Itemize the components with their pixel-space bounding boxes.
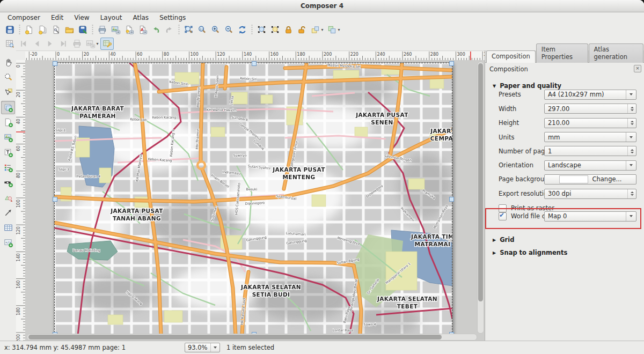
menu-atlas[interactable]: Atlas bbox=[127, 13, 154, 22]
legendadd-icon bbox=[3, 163, 13, 173]
lock-items-button[interactable] bbox=[282, 24, 295, 36]
toolbar-separator bbox=[91, 24, 94, 35]
vertical-scrollbar[interactable] bbox=[477, 62, 484, 334]
export-image-icon bbox=[85, 39, 96, 49]
menu-edit[interactable]: Edit bbox=[46, 13, 69, 22]
number-of-pages-spinbox[interactable]: 1 bbox=[544, 146, 636, 156]
export-svg-button[interactable] bbox=[122, 24, 136, 36]
section-paper-and-quality[interactable]: ▼Paper and quality bbox=[493, 82, 561, 90]
units-combo[interactable]: mm bbox=[544, 132, 636, 142]
menu-layout[interactable]: Layout bbox=[95, 13, 128, 22]
add-shape-tool-button[interactable] bbox=[1, 191, 15, 204]
panel-close-button[interactable]: × bbox=[634, 65, 641, 72]
spin-arrows-icon[interactable] bbox=[627, 189, 636, 198]
print-atlas-button[interactable] bbox=[70, 38, 84, 50]
add-arrow-tool-button[interactable] bbox=[1, 206, 15, 219]
map-street-label: Kebon Kacang bbox=[152, 115, 177, 120]
move-item-content-tool-button[interactable] bbox=[1, 116, 15, 129]
height-spinbox[interactable]: 210.00 bbox=[544, 118, 636, 128]
composition-panel: CompositionItem PropertiesAtlas generati… bbox=[485, 50, 644, 341]
cursor-position-readout: x: 314.794 mm y: 45.4987 mm page: 1 bbox=[4, 344, 126, 351]
world-file-on-combo[interactable]: Map 0 bbox=[544, 211, 636, 222]
zoom-in-button[interactable] bbox=[209, 24, 222, 36]
tab-atlas-generation[interactable]: Atlas generation bbox=[589, 43, 643, 63]
zoom-full-button[interactable] bbox=[182, 24, 195, 36]
width-spinbox[interactable]: 297.00 bbox=[544, 104, 636, 114]
deselect-all-button[interactable] bbox=[268, 24, 282, 36]
atlas-settings-button[interactable] bbox=[100, 38, 114, 50]
spin-arrows-icon[interactable] bbox=[627, 119, 636, 128]
presets-combo[interactable]: A4 (210x297 mm) bbox=[544, 90, 636, 100]
map-street-label: Slipi 3 bbox=[58, 167, 69, 172]
group-items-button[interactable]: ▾ bbox=[325, 24, 342, 36]
redo-button[interactable] bbox=[163, 24, 176, 36]
atlas-next-feature-button[interactable] bbox=[43, 38, 57, 50]
ruler-label: 20 bbox=[84, 52, 89, 57]
composer-manager-button[interactable] bbox=[49, 24, 63, 36]
dropdown-arrow-icon[interactable]: ▾ bbox=[338, 27, 340, 32]
add-scalebar-tool-button[interactable] bbox=[1, 176, 15, 189]
raise-items-button[interactable]: ▾ bbox=[309, 24, 325, 36]
export-resolution-spinbox[interactable]: 300 dpi bbox=[544, 189, 636, 199]
zoom-tool-button[interactable] bbox=[1, 71, 15, 84]
save-template-button[interactable] bbox=[76, 24, 90, 36]
section-grid[interactable]: ▶Grid bbox=[493, 236, 514, 244]
title-bar[interactable]: Composer 4 bbox=[0, 0, 644, 12]
menu-view[interactable]: View bbox=[69, 13, 94, 22]
print-button[interactable] bbox=[96, 24, 109, 36]
zoom-actual-button[interactable]: 1:1 bbox=[195, 24, 209, 36]
vertical-scrollbar-thumb[interactable] bbox=[478, 63, 483, 301]
menu-settings[interactable]: Settings bbox=[154, 13, 191, 22]
new-composer-button[interactable] bbox=[23, 24, 36, 36]
menu-composer[interactable]: Composer bbox=[2, 13, 46, 22]
page-background-button[interactable]: Change... bbox=[544, 174, 636, 185]
tab-item-properties[interactable]: Item Properties bbox=[536, 43, 588, 63]
atlas-first-feature-button[interactable] bbox=[17, 38, 30, 50]
horizontal-scrollbar[interactable] bbox=[27, 334, 477, 341]
label-width: Width bbox=[499, 105, 516, 113]
orientation-combo[interactable]: Landscape bbox=[544, 160, 636, 171]
section-snap-to-alignments[interactable]: ▶Snap to alignments bbox=[493, 249, 567, 256]
ruler-label: 80 bbox=[164, 52, 169, 57]
export-pdf-button[interactable]: A bbox=[136, 24, 149, 36]
add-image-tool-button[interactable] bbox=[1, 131, 15, 144]
preview-atlas-button[interactable] bbox=[3, 38, 17, 50]
add-label-tool-button[interactable] bbox=[1, 146, 15, 159]
pan-tool-button[interactable] bbox=[1, 56, 15, 69]
addmaprect-icon bbox=[3, 102, 13, 113]
composition-canvas[interactable]: Medan Merdeka SelKebon SirihKebon SiriH … bbox=[25, 60, 485, 341]
map-item[interactable]: Medan Merdeka SelKebon SirihKebon SiriH … bbox=[54, 63, 452, 335]
select-move-item-tool-button[interactable] bbox=[1, 86, 15, 99]
add-legend-tool-button[interactable] bbox=[1, 161, 15, 174]
tab-composition[interactable]: Composition bbox=[486, 50, 536, 63]
load-template-button[interactable] bbox=[63, 24, 76, 36]
dropdown-arrow-icon[interactable]: ▾ bbox=[96, 41, 98, 46]
zoom-level-combo[interactable]: 93.0% bbox=[185, 343, 220, 352]
zoom-out-button[interactable] bbox=[222, 24, 236, 36]
selection-status: 1 item selected bbox=[226, 344, 274, 351]
scaleadd-icon bbox=[3, 178, 13, 188]
label-presets: Presets bbox=[499, 91, 521, 98]
undo-button[interactable] bbox=[149, 24, 163, 36]
spin-arrows-icon[interactable] bbox=[627, 146, 636, 156]
world-file-on-checkbox[interactable] bbox=[499, 212, 507, 220]
map-street-label: Danau Malinting bbox=[72, 248, 100, 253]
duplicate-composer-button[interactable] bbox=[36, 24, 49, 36]
atlas-previous-feature-button[interactable] bbox=[30, 38, 43, 50]
chevron-down-icon bbox=[626, 161, 636, 170]
export-atlas-button[interactable]: ▾ bbox=[84, 38, 100, 50]
select-all-items-button[interactable] bbox=[255, 24, 268, 36]
dropdown-arrow-icon[interactable]: ▾ bbox=[321, 27, 323, 32]
save-project-button[interactable] bbox=[3, 24, 17, 36]
atlas-last-feature-button[interactable] bbox=[57, 38, 70, 50]
refresh-view-button[interactable] bbox=[236, 24, 249, 36]
add-attribute-table-tool-button[interactable] bbox=[1, 221, 15, 234]
add-new-map-tool-button[interactable] bbox=[1, 101, 15, 114]
horizontal-scrollbar-thumb[interactable] bbox=[28, 335, 442, 340]
composition-page[interactable]: Medan Merdeka SelKebon SirihKebon SiriH … bbox=[54, 62, 453, 336]
spin-arrows-icon[interactable] bbox=[627, 104, 636, 113]
unlock-items-button[interactable] bbox=[295, 24, 309, 36]
triangle-down-icon: ▼ bbox=[493, 84, 496, 88]
export-image-button[interactable] bbox=[109, 24, 122, 36]
add-html-frame-tool-button[interactable]: </> bbox=[1, 236, 15, 249]
